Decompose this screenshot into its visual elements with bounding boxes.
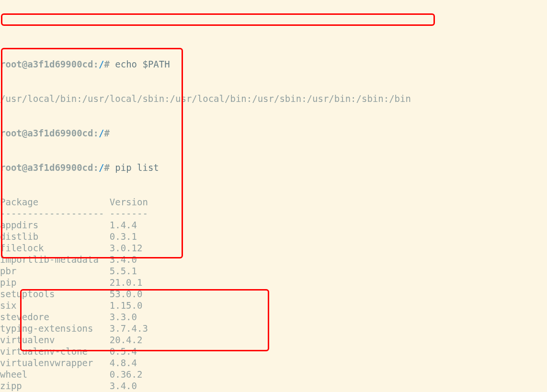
pip-row: stevedore 3.3.0	[0, 311, 547, 323]
pip-row: zipp 3.4.0	[0, 380, 547, 392]
highlight-box-path	[1, 13, 435, 26]
pip-row: pbr 5.5.1	[0, 265, 547, 277]
prompt-sep: :	[93, 59, 98, 69]
cmd-pip-list: pip list	[115, 162, 159, 173]
pip-row: filelock 3.0.12	[0, 242, 547, 254]
pip-row: ------------------- -------	[0, 208, 547, 219]
pip-row: virtualenvwrapper 4.8.4	[0, 357, 547, 369]
pip-row: appdirs 1.4.4	[0, 219, 547, 231]
pip-row: wheel 0.36.2	[0, 369, 547, 380]
prompt-line[interactable]: root@a3f1d69900cd:/# echo $PATH	[0, 58, 547, 70]
pip-row: setuptools 53.0.0	[0, 288, 547, 300]
pip-row: six 1.15.0	[0, 300, 547, 311]
pip-row: distlib 0.3.1	[0, 231, 547, 242]
pip-row: Package Version	[0, 196, 547, 208]
pip-row: virtualenv-clone 0.5.4	[0, 346, 547, 357]
cmd-echo-path: echo $PATH	[115, 59, 170, 69]
path-output: /usr/local/bin:/usr/local/sbin:/usr/loca…	[0, 93, 547, 104]
prompt-ps: #	[104, 59, 109, 69]
pip-list-output: Package Version------------------- -----…	[0, 196, 547, 392]
pip-row: pip 21.0.1	[0, 277, 547, 288]
prompt-line[interactable]: root@a3f1d69900cd:/#	[0, 127, 547, 139]
pip-row: importlib-metadata 3.4.0	[0, 254, 547, 265]
prompt-host: root@a3f1d69900cd	[0, 59, 93, 69]
pip-row: virtualenv 20.4.2	[0, 334, 547, 346]
prompt-line[interactable]: root@a3f1d69900cd:/# pip list	[0, 162, 547, 173]
prompt-path: /	[99, 59, 104, 69]
pip-row: typing-extensions 3.7.4.3	[0, 323, 547, 334]
